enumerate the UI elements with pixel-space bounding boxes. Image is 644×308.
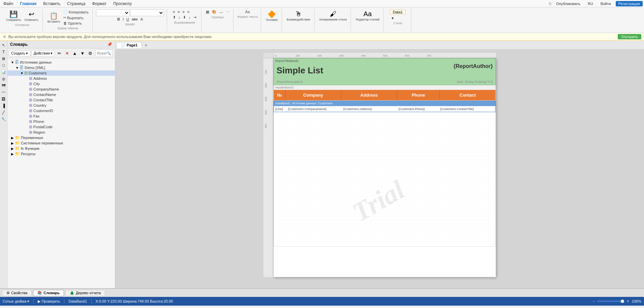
report-title-band[interactable]: ReportTitleBand2 Simple List {ReportAuth… — [273, 58, 496, 85]
tree-toggle-demo[interactable]: ▼ — [15, 65, 20, 70]
paste-button[interactable]: 📋 Вставить — [46, 11, 62, 24]
menu-home[interactable]: Главная — [17, 1, 40, 7]
tree-item-demo-xml[interactable]: ▼ 🗄 Demo [XML] — [7, 65, 115, 70]
textformat-btn[interactable]: Аа — [244, 9, 251, 14]
copy-style-button[interactable]: 🖌 Копирование стиля — [318, 9, 348, 22]
dict-down-button[interactable]: ▼ — [79, 50, 86, 57]
add-page-button[interactable]: + — [142, 42, 149, 48]
trial-close-button[interactable]: ✕ — [3, 34, 6, 39]
tree-item-fax[interactable]: ⊞ Fax — [7, 113, 115, 119]
tree-item-variables[interactable]: ▶ 📁 Переменные — [7, 135, 115, 140]
sidebar-icon-gauge[interactable]: ◎ — [1, 76, 7, 82]
border-more-btn[interactable]: ⋯ — [225, 9, 230, 14]
sidebar-icon-barcode[interactable]: ▐ — [1, 103, 7, 109]
font-size-select[interactable] — [130, 9, 164, 16]
save-button[interactable]: 💾 Сохранить — [5, 9, 23, 22]
tree-item-functions[interactable]: ▶ 📁 fx Функции — [7, 146, 115, 151]
status-check[interactable]: ▶ Проверить — [38, 299, 60, 304]
text-direction-button[interactable]: ↕ — [188, 15, 192, 20]
tree-item-country[interactable]: ⊞ Country — [7, 103, 115, 108]
strikethrough-button[interactable]: abc — [131, 17, 139, 22]
tree-item-contactname[interactable]: ⊞ ContactName — [7, 92, 115, 97]
fill-btn[interactable]: 🎨 — [211, 9, 218, 14]
zoom-out-button[interactable]: - — [592, 299, 595, 304]
align-right-button[interactable]: ≡ — [182, 9, 186, 14]
align-left-button[interactable]: ≡ — [172, 9, 176, 14]
lang-button[interactable]: RU — [585, 1, 596, 6]
cut-button[interactable]: ✂ Вырезать — [62, 15, 90, 20]
upgrade-button[interactable]: Улучшить — [618, 34, 641, 39]
tree-item-phone[interactable]: ⊞ Phone — [7, 119, 115, 124]
zoom-in-button[interactable]: + — [626, 299, 630, 304]
undo-button[interactable]: ↩ Отменить — [23, 9, 40, 22]
bottom-tab-report-tree[interactable]: 🌲 Дерево отчета — [65, 290, 105, 296]
sidebar-icon-table[interactable]: ⊞ — [1, 56, 7, 62]
tree-item-datasources[interactable]: ▼ 🗄 Источники данных — [7, 60, 115, 65]
tree-toggle-datasources[interactable]: ▼ — [10, 60, 15, 65]
status-units[interactable]: Сотые дюйма ▾ — [3, 299, 29, 304]
search-input[interactable] — [97, 51, 106, 55]
tree-item-customers[interactable]: ▼ ⊞ Customers — [7, 70, 115, 76]
dict-settings-button[interactable]: ⚙ — [87, 50, 94, 57]
dict-delete-button[interactable]: ✕ — [64, 50, 70, 57]
data-band[interactable]: DataBand1: Источник данных: Customers {L… — [273, 101, 496, 112]
style-editor-button[interactable]: Аа Редактор стилей — [354, 9, 381, 22]
font-color-button[interactable]: A — [139, 17, 144, 22]
menu-page[interactable]: Страница — [64, 1, 89, 7]
create-button[interactable]: Создать ▾ — [9, 50, 30, 57]
font-family-select[interactable] — [96, 9, 130, 16]
tree-item-customerid[interactable]: ⊞ CustomerID — [7, 108, 115, 113]
style-expand-button[interactable]: ▼ — [390, 16, 395, 21]
dict-up-button[interactable]: ▲ — [71, 50, 78, 57]
sidebar-icon-map[interactable]: 🗺 — [1, 82, 7, 89]
zoom-slider[interactable] — [597, 301, 624, 302]
menu-insert[interactable]: Вставить — [40, 1, 64, 7]
sidebar-icon-text[interactable]: T — [1, 49, 7, 55]
tree-toggle-sysvars[interactable]: ▶ — [10, 141, 15, 145]
align-justify-button[interactable]: ≡ — [186, 9, 190, 14]
sidebar-icon-tools[interactable]: 🔧 — [1, 116, 7, 122]
tree-toggle-resources[interactable]: ▶ — [10, 151, 15, 156]
align-middle-button[interactable]: ↕ — [178, 15, 182, 20]
dictionary-search[interactable]: 🔍 — [95, 49, 113, 57]
dictionary-pin-icon[interactable]: 📌 — [107, 42, 112, 47]
menu-format[interactable]: Формат — [89, 1, 110, 7]
tree-item-contacttitle[interactable]: ⊞ ContactTitle — [7, 97, 115, 103]
tree-toggle-functions[interactable]: ▶ — [10, 146, 15, 151]
bold-button[interactable]: B — [116, 17, 121, 22]
bottom-tab-dictionary[interactable]: 📚 Словарь — [33, 290, 64, 296]
tree-item-city[interactable]: ⊞ City — [7, 81, 115, 87]
canvas-wrapper[interactable]: 0 100 200 300 400 500 600 700 — [115, 49, 644, 288]
conditions-button[interactable]: 🔶 Условия — [264, 9, 279, 22]
border-btn[interactable]: ▦ — [205, 9, 210, 14]
dict-edit-button[interactable]: ✏ — [56, 50, 63, 57]
canvas-tab-page1[interactable]: 📄 Page1 — [117, 42, 142, 48]
text-wrap-button[interactable]: ⇥ — [192, 15, 197, 20]
report-page[interactable]: ReportTitleBand2 Simple List {ReportAuth… — [273, 58, 496, 277]
bottom-tab-properties[interactable]: ⚙ Свойства — [2, 290, 32, 296]
align-bottom-button[interactable]: ⬇ — [182, 15, 187, 20]
align-center-button[interactable]: ≡ — [176, 9, 181, 14]
sidebar-icon-pointer[interactable]: ↖ — [1, 42, 7, 48]
sidebar-icon-image[interactable]: 🖼 — [1, 96, 7, 102]
tree-toggle-variables[interactable]: ▶ — [10, 135, 15, 140]
actions-button[interactable]: Действия ▾ — [31, 50, 55, 57]
tree-item-region[interactable]: ⊞ Region — [7, 130, 115, 135]
sidebar-icon-shape[interactable]: □ — [1, 62, 7, 68]
italic-button[interactable]: I — [122, 17, 125, 22]
tree-item-companyname[interactable]: ⊞ CompanyName — [7, 87, 115, 92]
tree-item-postalcode[interactable]: ⊞ PostalCode — [7, 124, 115, 130]
header-band[interactable]: HeaderBand1 № Company Address Phone Cont… — [273, 85, 496, 101]
interaction-button[interactable]: 🖱 Взаимодействие — [285, 9, 312, 22]
register-button[interactable]: Регистрация — [616, 1, 643, 6]
sidebar-icon-chart[interactable]: 📊 — [1, 69, 7, 75]
tree-item-resources[interactable]: ▶ 📁 Ресурсы — [7, 151, 115, 157]
sidebar-icon-sparkline[interactable]: 〰 — [1, 89, 7, 95]
tree-toggle-customers[interactable]: ▼ — [20, 71, 24, 75]
style-data1[interactable]: Data1 — [390, 9, 406, 15]
login-button[interactable]: Войти — [598, 1, 614, 6]
menu-view[interactable]: Просмотр — [110, 1, 135, 7]
sidebar-icon-line[interactable]: ╱ — [1, 109, 7, 115]
underline-button[interactable]: U — [125, 17, 130, 22]
tree-item-address[interactable]: ⊞ Address — [7, 76, 115, 81]
